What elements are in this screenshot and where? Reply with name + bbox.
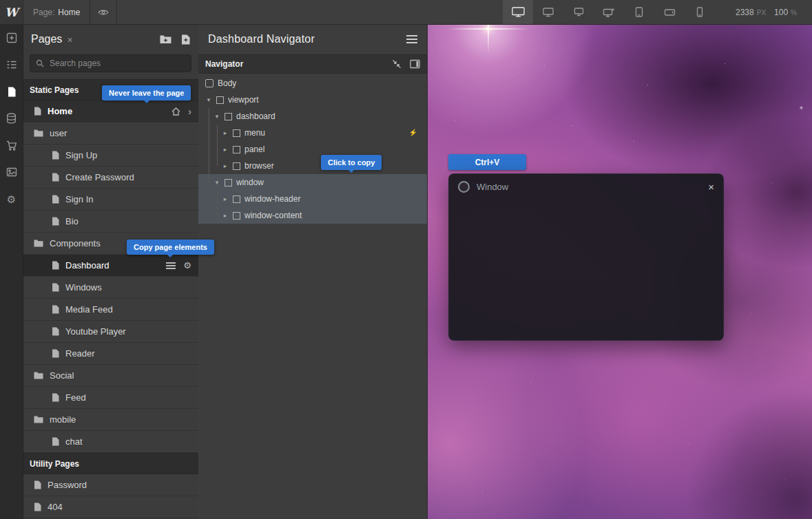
panel-menu-icon[interactable] bbox=[406, 35, 417, 43]
page-icon bbox=[52, 173, 59, 182]
page-item-sign-up[interactable]: Sign Up bbox=[23, 145, 198, 167]
breakpoint-mobile-portrait-button[interactable] bbox=[685, 0, 715, 24]
page-item-youtube-player[interactable]: Youtube Player bbox=[23, 321, 198, 343]
ecommerce-button[interactable] bbox=[4, 140, 19, 151]
page-item-home[interactable]: Home › bbox=[23, 100, 198, 123]
page-item-create-password[interactable]: Create Password bbox=[23, 167, 198, 189]
close-icon[interactable]: × bbox=[708, 182, 714, 192]
page-item-label: Youtube Player bbox=[65, 326, 126, 337]
navigator-node-window-header[interactable]: ▸ window-header bbox=[198, 191, 427, 207]
breakpoint-desktop-base-button[interactable] bbox=[594, 0, 624, 24]
page-item-chat[interactable]: chat bbox=[23, 431, 198, 453]
dock-panel-icon[interactable] bbox=[410, 59, 420, 69]
page-menu-icon[interactable] bbox=[166, 262, 176, 264]
breadcrumb[interactable]: Page: Home bbox=[23, 0, 90, 24]
cart-icon bbox=[6, 140, 17, 151]
caret-right-icon[interactable]: ▸ bbox=[222, 212, 229, 219]
page-folder-social[interactable]: Social bbox=[23, 365, 198, 387]
image-icon bbox=[6, 167, 17, 177]
pages-panel-actions bbox=[160, 34, 190, 45]
pages-panel-title: Pages bbox=[31, 33, 62, 45]
zoom-value[interactable]: 100 bbox=[774, 8, 788, 17]
breakpoint-xl-button[interactable] bbox=[533, 0, 563, 24]
paste-shortcut-button[interactable]: Ctrl+V bbox=[448, 154, 526, 170]
div-element-icon bbox=[225, 179, 232, 187]
breakpoint-xxl-button[interactable] bbox=[503, 0, 533, 24]
navigator-node-menu[interactable]: ▸ menu ⚡ bbox=[198, 125, 427, 141]
search-input[interactable] bbox=[48, 58, 185, 69]
page-item-sign-in[interactable]: Sign In bbox=[23, 189, 198, 211]
caret-right-icon[interactable]: ▸ bbox=[222, 146, 229, 153]
close-pages-icon[interactable]: × bbox=[67, 34, 72, 45]
page-item-label: Media Feed bbox=[65, 304, 113, 315]
page-item-media-feed[interactable]: Media Feed bbox=[23, 299, 198, 321]
caret-down-icon[interactable]: ▾ bbox=[214, 113, 220, 120]
div-element-icon bbox=[233, 162, 240, 170]
design-canvas[interactable]: Ctrl+V Window × bbox=[427, 24, 812, 519]
canvas-width-value[interactable]: 2338 bbox=[736, 8, 754, 17]
navigator-node-window-content[interactable]: ▸ window-content bbox=[198, 207, 427, 224]
caret-right-icon[interactable]: ▸ bbox=[222, 195, 229, 202]
chevron-right-icon[interactable]: › bbox=[188, 106, 191, 116]
interactions-lightning-icon: ⚡ bbox=[409, 129, 417, 136]
page-icon bbox=[52, 151, 59, 160]
add-elements-button[interactable] bbox=[4, 32, 19, 43]
collapse-all-icon[interactable] bbox=[392, 59, 402, 69]
cms-button[interactable] bbox=[4, 113, 19, 124]
navigator-node-viewport[interactable]: ▾ viewport bbox=[198, 92, 427, 108]
page-item-label: Password bbox=[48, 480, 87, 490]
page-item-bio[interactable]: Bio bbox=[23, 211, 198, 233]
new-folder-button[interactable] bbox=[160, 34, 171, 45]
breakpoint-mobile-landscape-button[interactable] bbox=[654, 0, 685, 24]
window-element[interactable]: Window × bbox=[448, 173, 724, 341]
webflow-logo[interactable]: W bbox=[0, 0, 23, 24]
page-item-label: chat bbox=[65, 436, 83, 447]
page-folder-mobile[interactable]: mobile bbox=[23, 409, 198, 431]
page-icon bbox=[52, 217, 59, 226]
page-icon bbox=[52, 437, 59, 446]
settings-button[interactable]: ⚙ bbox=[4, 193, 19, 204]
page-item-label: user bbox=[50, 128, 67, 138]
eye-icon bbox=[98, 9, 109, 16]
page-item-label: Home bbox=[48, 106, 72, 116]
page-folder-user[interactable]: user bbox=[23, 123, 198, 145]
navigator-node-browser[interactable]: ▸ browser bbox=[198, 158, 427, 174]
new-page-button[interactable] bbox=[181, 34, 190, 45]
page-item-404[interactable]: 404 bbox=[23, 496, 198, 518]
caret-down-icon[interactable]: ▾ bbox=[214, 179, 220, 186]
node-label: menu bbox=[244, 128, 265, 138]
navigator-button[interactable] bbox=[4, 59, 19, 70]
tree-indent-guide bbox=[217, 191, 218, 215]
monitor-star-icon bbox=[603, 8, 615, 17]
page-item-password[interactable]: Password bbox=[23, 474, 198, 496]
page-item-label: Create Password bbox=[65, 172, 134, 182]
pages-button[interactable] bbox=[4, 86, 19, 97]
navigator-node-dashboard[interactable]: ▾ dashboard bbox=[198, 108, 427, 125]
folder-icon bbox=[34, 129, 43, 137]
navigator-node-window[interactable]: ▾ window bbox=[198, 174, 427, 191]
navigator-node-panel[interactable]: ▸ panel bbox=[198, 141, 427, 158]
breakpoint-large-button[interactable] bbox=[563, 0, 594, 24]
window-title: Window bbox=[477, 182, 508, 192]
caret-down-icon[interactable]: ▾ bbox=[205, 96, 212, 103]
preview-button[interactable] bbox=[90, 0, 117, 24]
pages-list: Static Pages Home › user bbox=[23, 79, 198, 519]
page-value: Home bbox=[58, 8, 80, 17]
page-settings-gear-icon[interactable]: ⚙ bbox=[183, 261, 191, 270]
div-element-icon bbox=[233, 195, 240, 203]
pages-search[interactable] bbox=[30, 54, 191, 72]
page-item-windows[interactable]: Windows bbox=[23, 277, 198, 299]
page-item-reader[interactable]: Reader bbox=[23, 343, 198, 365]
navigator-node-body[interactable]: Body bbox=[198, 75, 427, 92]
monitor-xxl-icon bbox=[512, 7, 525, 17]
navigator-subheader-label: Navigator bbox=[205, 59, 243, 69]
caret-right-icon[interactable]: ▸ bbox=[222, 129, 229, 136]
node-label: window-header bbox=[244, 194, 300, 204]
breakpoint-tablet-button[interactable] bbox=[624, 0, 654, 24]
caret-right-icon[interactable]: ▸ bbox=[222, 162, 229, 169]
topbar-right: 2338 PX 100 % bbox=[503, 0, 812, 24]
window-element-header[interactable]: Window × bbox=[449, 174, 723, 200]
page-item-feed[interactable]: Feed bbox=[23, 387, 198, 409]
gear-icon: ⚙ bbox=[7, 194, 16, 204]
assets-button[interactable] bbox=[4, 167, 19, 178]
